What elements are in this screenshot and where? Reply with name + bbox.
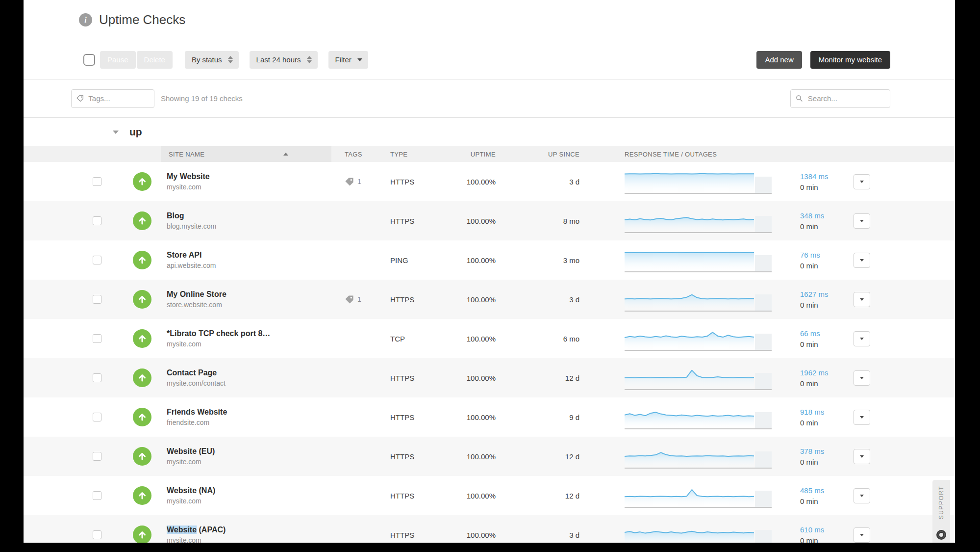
site-name[interactable]: Website (APAC) [167,526,331,534]
site-domain: mysite.com [167,536,331,543]
row-checkbox[interactable] [93,491,101,500]
time-range-dropdown[interactable]: Last 24 hours [250,51,318,69]
outage-value: 0 min [800,497,854,505]
response-sparkline [625,521,772,543]
row-checkbox[interactable] [93,413,101,421]
site-name[interactable]: *Librato TCP check port 8… [167,329,331,338]
response-time-link[interactable]: 610 ms [800,526,854,534]
table-row[interactable]: Friends Website friendsite.com HTTPS 100… [24,397,955,437]
row-actions-button[interactable] [854,449,870,464]
row-checkbox[interactable] [93,256,101,264]
support-tab[interactable]: SUPPORT [932,480,950,543]
response-sparkline [625,443,772,470]
pause-button[interactable]: Pause [100,51,136,69]
site-name[interactable]: Store API [167,251,331,260]
site-name[interactable]: Contact Page [167,368,331,377]
row-checkbox[interactable] [93,177,101,186]
response-sparkline [625,482,772,509]
column-header-type[interactable]: TYPE [390,151,442,158]
row-actions-button[interactable] [854,488,870,503]
column-header-tags[interactable]: TAGS [331,151,390,158]
sparkline-cell [579,246,773,274]
response-time-link[interactable]: 918 ms [800,408,854,416]
tags-input-wrap [71,89,154,108]
up-since-value: 9 d [496,413,579,421]
table-row[interactable]: *Librato TCP check port 8… mysite.com TC… [24,319,955,358]
column-header-response[interactable]: RESPONSE TIME / OUTAGES [579,151,773,158]
chevron-down-icon [860,298,864,301]
chevron-down-icon [860,181,864,183]
table-row[interactable]: Website (NA) mysite.com HTTPS 100.00% 12… [24,476,955,515]
up-since-value: 8 mo [496,217,579,225]
row-checkbox[interactable] [93,334,101,343]
site-domain: api.website.com [167,262,331,269]
response-time-link[interactable]: 378 ms [800,447,854,455]
filter-bar: Showing 19 of 19 checks [24,79,955,118]
site-name[interactable]: Blog [167,211,331,220]
outage-value: 0 min [800,301,854,309]
row-actions-button[interactable] [854,213,870,229]
column-header-uptime[interactable]: UPTIME [442,151,496,158]
table-row[interactable]: Contact Page mysite.com/contact HTTPS 10… [24,358,955,397]
row-actions-button[interactable] [854,331,870,346]
search-input[interactable] [807,94,885,103]
row-actions-button[interactable] [854,174,870,189]
add-new-button[interactable]: Add new [756,51,802,69]
tag-count-badge: 1 [345,295,361,304]
table-row[interactable]: My Online Store store.website.com 1 HTTP… [24,280,955,319]
delete-button[interactable]: Delete [137,51,173,69]
site-name[interactable]: Friends Website [167,408,331,417]
row-checkbox[interactable] [93,452,101,461]
status-up-icon [133,290,151,309]
row-checkbox[interactable] [93,295,101,304]
filter-dropdown[interactable]: Filter [328,51,368,69]
table-row[interactable]: Website (EU) mysite.com HTTPS 100.00% 12… [24,437,955,476]
response-time-link[interactable]: 1962 ms [800,368,854,377]
table-row[interactable]: Website (APAC) mysite.com HTTPS 100.00% … [24,515,955,543]
row-checkbox[interactable] [93,530,101,539]
outage-value: 0 min [800,340,854,348]
page-title: Uptime Checks [99,12,185,27]
filter-label: Filter [335,55,352,64]
collapse-section-icon[interactable] [113,131,119,134]
site-name[interactable]: My Online Store [167,290,331,299]
check-type: HTTPS [390,492,442,500]
info-icon[interactable]: i [79,13,92,26]
check-type: HTTPS [390,531,442,539]
table-row[interactable]: Blog blog.mysite.com HTTPS 100.00% 8 mo … [24,201,955,240]
site-name[interactable]: Website (NA) [167,486,331,495]
response-time-link[interactable]: 1627 ms [800,290,854,298]
row-actions-button[interactable] [854,410,870,425]
response-time-link[interactable]: 485 ms [800,486,854,495]
site-name[interactable]: Website (EU) [167,447,331,456]
response-time-link[interactable]: 76 ms [800,251,854,259]
table-row[interactable]: My Website mysite.com 1 HTTPS 100.00% 3 … [24,162,955,201]
sort-arrows-icon [228,56,233,63]
section-label: up [129,126,142,138]
by-status-dropdown[interactable]: By status [185,51,239,69]
row-actions-button[interactable] [854,370,870,386]
uptime-value: 100.00% [442,452,496,461]
response-time-link[interactable]: 66 ms [800,329,854,338]
up-since-value: 12 d [496,492,579,500]
status-up-icon [133,486,151,505]
row-checkbox[interactable] [93,373,101,382]
outage-value: 0 min [800,419,854,427]
site-domain: store.website.com [167,301,331,309]
monitor-my-website-button[interactable]: Monitor my website [810,51,890,69]
row-actions-button[interactable] [854,292,870,307]
response-time-link[interactable]: 348 ms [800,211,854,220]
table-row[interactable]: Store API api.website.com PING 100.00% 3… [24,240,955,280]
sparkline-cell [579,325,773,352]
tag-count: 1 [357,178,361,185]
select-all-checkbox[interactable] [83,54,95,66]
tags-input[interactable] [87,94,149,103]
uptime-value: 100.00% [442,492,496,500]
site-name[interactable]: My Website [167,172,331,181]
row-actions-button[interactable] [854,253,870,268]
column-header-site-name[interactable]: SITE NAME [161,146,331,162]
response-time-link[interactable]: 1384 ms [800,172,854,181]
row-checkbox[interactable] [93,216,101,225]
row-actions-button[interactable] [854,527,870,543]
column-header-up-since[interactable]: UP SINCE [496,151,579,158]
